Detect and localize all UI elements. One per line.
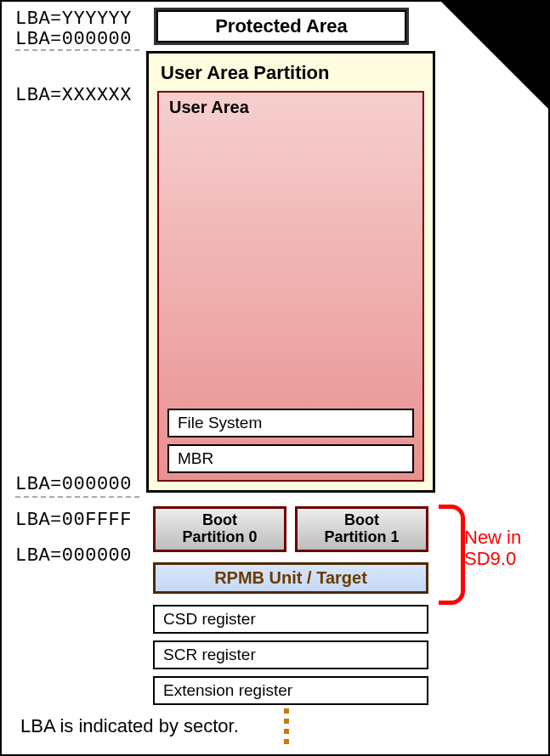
boot-partition-0: Boot Partition 0 [153,506,286,552]
extension-register-box: Extension register [153,676,428,705]
footer-note: LBA is indicated by sector. [20,715,239,737]
divider-user [15,496,139,498]
new-bracket [439,505,465,605]
boot-0-line1: Boot [157,512,282,529]
mbr-box: MBR [167,444,414,473]
lba-boot-top: LBA=00FFFF [15,510,132,531]
user-area-partition-title: User Area Partition [161,62,424,84]
ellipsis-icon [284,708,289,744]
sd-card-corner-notch [439,0,550,110]
user-area-partition: User Area Partition User Area File Syste… [146,51,435,493]
lba-user-bot: LBA=000000 [15,474,132,495]
scr-register-box: SCR register [153,640,428,669]
lba-boot-bot: LBA=000000 [15,545,132,567]
file-system-box: File System [167,409,414,437]
memory-layout-diagram: LBA=YYYYYY LBA=000000 LBA=XXXXXX LBA=000… [0,0,550,756]
lba-protected-top: LBA=YYYYYY [15,8,132,30]
user-area-title: User Area [169,98,416,117]
new-in-sd90-label: New in SD9.0 [464,527,521,570]
boot-1-line2: Partition 1 [299,529,424,546]
rpmb-unit: RPMB Unit / Target [153,562,428,594]
boot-partitions-row: Boot Partition 0 Boot Partition 1 [153,506,428,552]
boot-1-line1: Boot [299,512,424,529]
user-area: User Area File System MBR [157,91,424,482]
new-label-line1: New in [464,527,521,548]
boot-partition-1: Boot Partition 1 [295,506,428,552]
csd-register-box: CSD register [153,605,428,634]
new-label-line2: SD9.0 [464,548,521,569]
boot-0-line2: Partition 0 [157,529,282,546]
divider-protected [15,49,139,51]
lba-protected-bot: LBA=000000 [15,29,132,50]
protected-area-box: Protected Area [156,10,406,42]
lba-user-top: LBA=XXXXXX [15,85,132,106]
